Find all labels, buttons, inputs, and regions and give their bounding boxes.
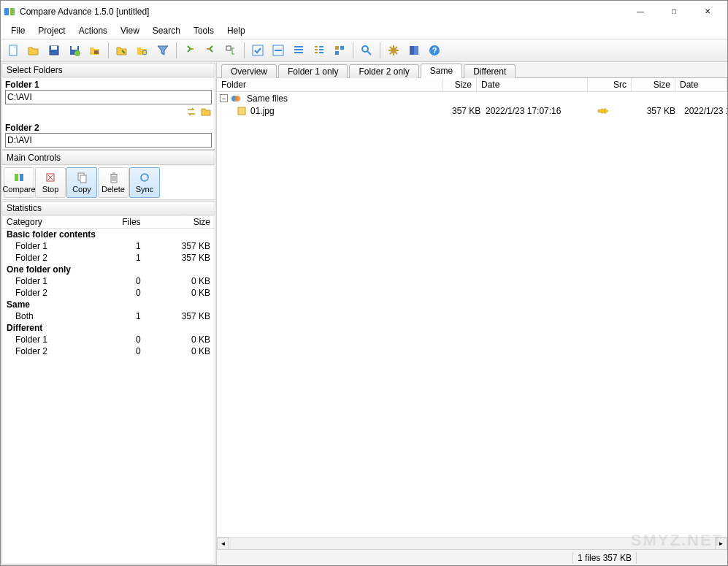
menu-search[interactable]: Search bbox=[147, 24, 186, 37]
app-icon bbox=[4, 6, 15, 18]
list-icon[interactable] bbox=[289, 41, 308, 60]
tab-folder-2-only[interactable]: Folder 2 only bbox=[349, 64, 418, 78]
delete-icon bbox=[107, 172, 119, 183]
grid-header: Folder Size Date Src Size Date bbox=[217, 78, 727, 92]
compare-button[interactable]: Compare bbox=[4, 167, 34, 198]
stop-button[interactable]: Stop bbox=[35, 167, 66, 198]
select-folders-header: Select Folders bbox=[1, 63, 215, 77]
tree-expand-icon[interactable] bbox=[221, 41, 240, 60]
src-arrow-icon bbox=[592, 107, 636, 115]
toolbar-separator bbox=[353, 42, 353, 58]
tab-same[interactable]: Same bbox=[421, 64, 462, 78]
tab-different[interactable]: Different bbox=[464, 64, 516, 78]
folder1-input[interactable] bbox=[5, 90, 212, 104]
toolbar-separator bbox=[176, 42, 177, 58]
col-folder[interactable]: Folder bbox=[217, 78, 443, 91]
svg-rect-6 bbox=[72, 46, 77, 50]
stats-col-size[interactable]: Size bbox=[145, 216, 215, 229]
folder-browse-icon[interactable] bbox=[133, 41, 152, 60]
minimize-button[interactable]: — bbox=[624, 1, 657, 23]
refresh-left-icon[interactable] bbox=[201, 41, 220, 60]
file-icon bbox=[237, 107, 246, 115]
menu-file[interactable]: File bbox=[5, 24, 31, 37]
tab-overview[interactable]: Overview bbox=[221, 64, 277, 78]
status-bar: 1 files 357 KB bbox=[217, 549, 727, 565]
sync-button[interactable]: Sync bbox=[129, 167, 160, 198]
svg-text:?: ? bbox=[432, 46, 437, 55]
stats-col-category[interactable]: Category bbox=[2, 216, 94, 229]
grid-body[interactable]: − Same files 01.jpg 357 KB 2022/1/23 17:… bbox=[217, 92, 727, 537]
help-icon[interactable]: ? bbox=[425, 41, 444, 60]
file-size2: 357 KB bbox=[636, 106, 680, 116]
maximize-button[interactable]: □ bbox=[657, 1, 691, 23]
file-date1: 2022/1/23 17:07:16 bbox=[481, 106, 592, 116]
col-size2[interactable]: Size bbox=[632, 78, 675, 91]
table-row[interactable]: 01.jpg 357 KB 2022/1/23 17:07:16 357 KB … bbox=[217, 104, 727, 117]
stats-col-files[interactable]: Files bbox=[94, 216, 145, 229]
menu-help[interactable]: Help bbox=[221, 24, 251, 37]
svg-rect-24 bbox=[80, 175, 86, 183]
tree-group-row[interactable]: − Same files bbox=[217, 92, 727, 104]
svg-rect-21 bbox=[20, 174, 23, 181]
gear-icon[interactable] bbox=[384, 41, 403, 60]
save-icon[interactable] bbox=[45, 41, 64, 60]
svg-rect-0 bbox=[4, 8, 9, 15]
stats-row: Folder 100 KB bbox=[2, 334, 215, 345]
col-src[interactable]: Src bbox=[588, 78, 632, 91]
browse-folder-icon[interactable] bbox=[200, 106, 212, 118]
svg-rect-28 bbox=[238, 107, 245, 115]
search-icon[interactable] bbox=[357, 41, 376, 60]
svg-rect-4 bbox=[51, 46, 57, 50]
col-date[interactable]: Date bbox=[477, 78, 588, 91]
svg-rect-14 bbox=[340, 46, 344, 50]
stats-group: Same bbox=[2, 299, 215, 310]
book-icon[interactable] bbox=[405, 41, 424, 60]
stats-row: Folder 11357 KB bbox=[2, 240, 215, 252]
tab-folder-1-only[interactable]: Folder 1 only bbox=[278, 64, 348, 78]
sync-icon bbox=[139, 172, 150, 183]
list-tree-icon[interactable] bbox=[310, 41, 329, 60]
left-pane: Select Folders Folder 1 Folder 2 Main Co… bbox=[1, 62, 217, 565]
menu-tools[interactable]: Tools bbox=[188, 24, 220, 37]
svg-rect-15 bbox=[335, 51, 339, 55]
svg-rect-20 bbox=[15, 174, 18, 181]
list-flat-icon[interactable] bbox=[330, 41, 349, 60]
statistics-panel: CategoryFilesSizeBasic folder contentsFo… bbox=[1, 216, 215, 565]
main-controls-panel: CompareStopCopyDeleteSync bbox=[1, 166, 215, 200]
archive-icon[interactable] bbox=[85, 41, 104, 60]
uncheck-all-icon[interactable] bbox=[269, 41, 288, 60]
window-title: Compare Advance 1.5.0 [untitled] bbox=[20, 7, 624, 17]
copy-button[interactable]: Copy bbox=[66, 167, 97, 198]
delete-button[interactable]: Delete bbox=[98, 167, 129, 198]
menu-actions[interactable]: Actions bbox=[73, 24, 113, 37]
svg-rect-2 bbox=[9, 45, 17, 56]
status-summary: 1 files 357 KB bbox=[578, 553, 632, 563]
refresh-right-icon[interactable] bbox=[180, 41, 199, 60]
check-all-icon[interactable] bbox=[248, 41, 267, 60]
svg-rect-13 bbox=[335, 46, 339, 50]
scroll-track[interactable] bbox=[229, 538, 715, 550]
new-icon[interactable] bbox=[4, 41, 23, 60]
collapse-icon[interactable]: − bbox=[220, 94, 228, 102]
close-button[interactable]: ✕ bbox=[691, 1, 724, 23]
menu-project[interactable]: Project bbox=[32, 24, 71, 37]
menu-view[interactable]: View bbox=[115, 24, 145, 37]
toolbar-separator bbox=[244, 42, 245, 58]
folder-open-icon[interactable] bbox=[112, 41, 131, 60]
svg-point-17 bbox=[391, 47, 396, 53]
horizontal-scrollbar[interactable]: ◄ ► bbox=[217, 537, 727, 549]
save-as-icon[interactable] bbox=[65, 41, 84, 60]
folder2-input[interactable] bbox=[5, 133, 212, 148]
svg-point-16 bbox=[362, 46, 368, 52]
svg-rect-1 bbox=[10, 8, 15, 15]
scroll-left-icon[interactable]: ◄ bbox=[217, 538, 229, 550]
col-date2[interactable]: Date bbox=[675, 78, 727, 91]
toolbar: ? bbox=[1, 39, 727, 62]
funnel-icon[interactable] bbox=[153, 41, 172, 60]
col-size[interactable]: Size bbox=[443, 78, 477, 91]
swap-folders-icon[interactable] bbox=[185, 106, 197, 118]
stats-row: Folder 200 KB bbox=[2, 287, 215, 299]
open-icon[interactable] bbox=[24, 41, 43, 60]
toolbar-separator bbox=[108, 42, 109, 58]
scroll-right-icon[interactable]: ► bbox=[715, 538, 727, 550]
